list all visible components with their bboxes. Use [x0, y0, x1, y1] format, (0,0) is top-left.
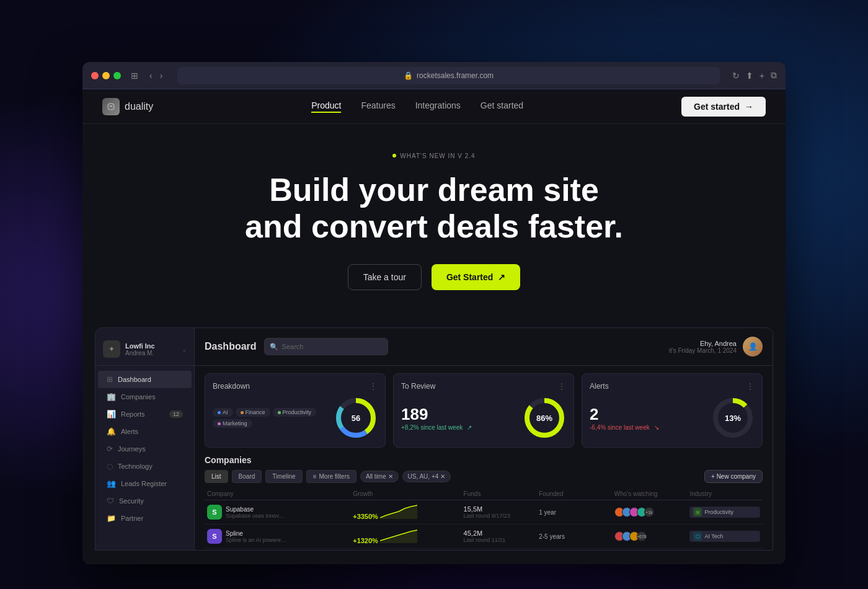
navbar-cta-button[interactable]: Get started → — [681, 97, 766, 117]
breakdown-donut: 56 — [334, 396, 378, 440]
minimize-button[interactable] — [102, 72, 110, 79]
th-funds: Funds — [461, 490, 537, 497]
sidebar-item-alerts[interactable]: 🔔 Alerts — [98, 423, 192, 440]
supabase-industry-badge: ⊞ Productivity — [689, 507, 760, 518]
filter-tag-region[interactable]: US, AU, +4 ✕ — [402, 471, 451, 482]
browser-window: ⊞ ‹ › 🔒 rocketsales.framer.com ↻ ⬆ + ⧉ — [82, 62, 786, 564]
filter-tag-time[interactable]: All time ✕ — [360, 471, 399, 482]
funds-cell-supabase: 15,5M Last round 9/17/23 — [461, 505, 537, 519]
dashboard-sidebar: ✦ Lowfi Inc Andrea M. ⌄ ⊞ Dashboard 🏢 Co… — [95, 328, 195, 550]
forward-button[interactable]: › — [157, 69, 166, 82]
companies-icon: 🏢 — [107, 392, 116, 401]
watching-cell-supabase: +1k — [612, 507, 688, 517]
svg-marker-8 — [380, 505, 417, 519]
search-icon: 🔍 — [270, 343, 278, 351]
nav-product[interactable]: Product — [311, 100, 341, 113]
sidebar-item-technology[interactable]: ◌ Technology — [98, 458, 192, 475]
company-cell-supabase: S Supabase Supabase uses innovativ... — [205, 505, 350, 520]
sidebar-item-leads-register[interactable]: 👥 Leads Register — [98, 475, 192, 492]
website-navbar: duality Product Features Integrations Ge… — [82, 89, 786, 124]
alerts-menu-icon[interactable]: ⋮ — [746, 381, 755, 391]
new-tab-button[interactable]: + — [760, 71, 764, 81]
address-bar[interactable]: 🔒 rocketsales.framer.com — [177, 67, 719, 84]
founded-cell-supabase: 1 year — [536, 509, 612, 516]
nav-features[interactable]: Features — [361, 100, 395, 113]
table-row[interactable]: S Spline Spline is an AI powered... +132… — [205, 525, 763, 549]
alerts-donut-label: 13% — [711, 396, 755, 440]
hero-title: Build your dream site and convert deals … — [95, 172, 773, 246]
traffic-lights — [91, 72, 121, 79]
search-bar[interactable]: 🔍 Search — [264, 338, 388, 355]
supabase-logo: S — [207, 505, 222, 520]
spline-logo: S — [207, 529, 222, 544]
nav-integrations[interactable]: Integrations — [415, 100, 461, 113]
partner-icon: 📁 — [107, 514, 116, 523]
nav-get-started[interactable]: Get started — [480, 100, 523, 113]
marketing-dot — [218, 422, 221, 425]
back-button[interactable]: ‹ — [147, 69, 155, 82]
hero-badge: WHAT'S NEW IN V 2.4 — [392, 153, 475, 159]
growth-cell-supabase: +3350% — [350, 504, 461, 520]
close-button[interactable] — [91, 72, 99, 79]
founded-cell-spline: 2-5 years — [536, 533, 612, 540]
to-review-menu-icon[interactable]: ⋮ — [557, 381, 566, 391]
reload-button[interactable]: ↻ — [732, 71, 740, 81]
companies-section: Companies List Board Timeline ≡ More fil… — [195, 455, 773, 549]
timeline-view-button[interactable]: Timeline — [265, 470, 302, 483]
get-started-button[interactable]: Get Started ↗ — [432, 264, 520, 290]
spline-industry-badge: ⬡ AI Tech — [689, 531, 760, 542]
more-filters-button[interactable]: ≡ More filters — [306, 470, 356, 483]
breakdown-tags: AI Finance Productivity — [213, 408, 327, 428]
board-view-button[interactable]: Board — [232, 470, 262, 483]
share-button[interactable]: ⬆ — [746, 71, 753, 81]
to-review-card-body: 189 +8,2% since last week ↗ — [401, 396, 566, 440]
industry-cell-spline: ⬡ AI Tech — [687, 531, 763, 542]
companies-table: Company Growth Funds Founded — [205, 488, 763, 549]
technology-icon: ◌ — [107, 462, 113, 471]
watcher-more: +678 — [637, 531, 647, 541]
tag-marketing: Marketing — [213, 419, 252, 428]
svg-marker-9 — [380, 530, 417, 543]
list-view-button[interactable]: List — [205, 470, 228, 483]
security-icon: 🛡 — [107, 497, 114, 505]
sidebar-item-journeys[interactable]: ⟳ Journeys — [98, 440, 192, 458]
alerts-donut: 13% — [711, 396, 755, 440]
reports-badge: 12 — [169, 410, 183, 418]
take-tour-button[interactable]: Take a tour — [348, 264, 422, 290]
supabase-info: Supabase Supabase uses innovativ... — [226, 506, 288, 519]
hero-section: WHAT'S NEW IN V 2.4 Build your dream sit… — [82, 124, 786, 327]
table-controls: List Board Timeline ≡ More filters All t… — [205, 470, 763, 483]
workspace-selector[interactable]: ✦ Lowfi Inc Andrea M. ⌄ — [95, 335, 194, 366]
lock-icon: 🔒 — [404, 71, 413, 80]
to-review-donut: 86% — [523, 396, 566, 440]
finance-dot — [241, 411, 244, 414]
tag-ai: AI — [213, 408, 233, 417]
sidebar-item-partner[interactable]: 📁 Partner — [98, 510, 192, 527]
breakdown-menu-icon[interactable]: ⋮ — [369, 381, 378, 391]
nav-links: Product Features Integrations Get starte… — [153, 100, 681, 113]
logo[interactable]: duality — [102, 98, 153, 115]
workspace-icon: ✦ — [103, 340, 120, 358]
workspace-info: Lowfi Inc Andrea M. — [125, 342, 177, 356]
spline-watchers: +678 — [614, 531, 685, 541]
sidebar-item-security[interactable]: 🛡 Security — [98, 492, 192, 510]
th-company: Company — [205, 490, 350, 497]
watching-cell-spline: +678 — [612, 531, 688, 541]
maximize-button[interactable] — [113, 72, 121, 79]
breakdown-donut-label: 56 — [334, 396, 378, 440]
dashboard-header: Dashboard 🔍 Search Ehy, Andrea it's Frid… — [195, 328, 773, 366]
url-text: rocketsales.framer.com — [417, 71, 494, 80]
tabs-button[interactable]: ⧉ — [771, 70, 777, 81]
table-row[interactable]: S Supabase Supabase uses innovativ... +3… — [205, 500, 763, 525]
sidebar-item-reports[interactable]: 📊 Reports 12 — [98, 405, 192, 423]
th-growth: Growth — [350, 490, 461, 497]
sidebar-item-dashboard[interactable]: ⊞ Dashboard — [98, 371, 192, 388]
industry-cell-supabase: ⊞ Productivity — [687, 507, 763, 518]
to-review-title: To Review — [401, 382, 435, 391]
sidebar-toggle-icon[interactable]: ⊞ — [131, 71, 138, 81]
new-company-button[interactable]: + New company — [704, 470, 763, 483]
cards-row: Breakdown ⋮ AI — [195, 366, 773, 455]
to-review-card-header: To Review ⋮ — [401, 381, 566, 391]
watcher-more: +1k — [644, 507, 654, 517]
sidebar-item-companies[interactable]: 🏢 Companies — [98, 388, 192, 405]
